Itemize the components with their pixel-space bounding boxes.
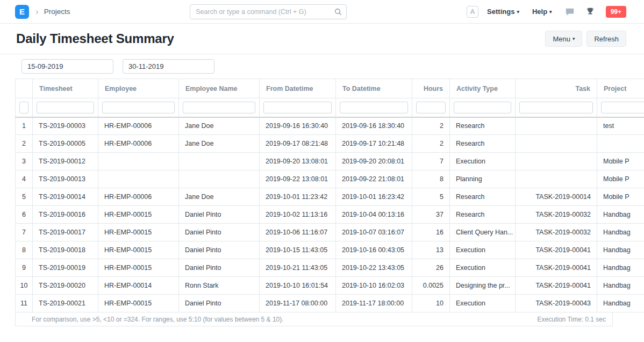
report-table-container: TimesheetEmployeeEmployee NameFrom Datet…	[15, 79, 644, 312]
filter-input-hours[interactable]	[416, 102, 446, 113]
cell-to-datetime: 2019-09-16 18:30:40	[336, 117, 412, 135]
filter-input-timesheet[interactable]	[37, 102, 94, 113]
cell-employee: HR-EMP-00006	[98, 188, 179, 206]
filter-hint: For comparison, use >5, <10 or =324. For…	[32, 316, 284, 323]
cell-timesheet: TS-2019-00016	[33, 206, 98, 224]
filter-input-activity-type[interactable]	[454, 102, 511, 113]
cell-task	[516, 117, 597, 135]
column-header-task[interactable]: Task	[516, 79, 597, 98]
column-header-from-datetime[interactable]: From Datetime	[260, 79, 336, 98]
cell-from-datetime: 2019-10-15 11:43:05	[260, 241, 336, 259]
column-header-idx[interactable]	[16, 79, 33, 98]
filter-input-employee[interactable]	[102, 102, 175, 113]
cell-timesheet: TS-2019-00005	[33, 135, 98, 153]
filter-input-to-datetime[interactable]	[340, 102, 408, 113]
cell-project: Mobile P	[597, 170, 644, 188]
filter-cell-from-datetime	[260, 98, 336, 117]
cell-from-datetime: 2019-10-06 11:16:07	[260, 224, 336, 241]
to-date-input[interactable]	[123, 59, 214, 74]
chat-icon[interactable]	[565, 7, 575, 17]
cell-idx: 1	[16, 117, 33, 135]
cell-activity-type: Designing the pr...	[450, 277, 516, 295]
search-icon	[334, 8, 342, 16]
table-row: 7TS-2019-00017HR-EMP-00015Daniel Pinto20…	[16, 224, 644, 241]
cell-from-datetime: 2019-09-20 13:08:01	[260, 153, 336, 170]
report-filters	[0, 54, 644, 79]
filter-input-task[interactable]	[519, 102, 593, 113]
cell-timesheet: TS-2019-00013	[33, 170, 98, 188]
filter-input-from-datetime[interactable]	[263, 102, 332, 113]
cell-timesheet: TS-2019-00021	[33, 295, 98, 312]
report-footer: For comparison, use >5, <10 or =324. For…	[15, 312, 613, 326]
filter-cell-task	[516, 98, 597, 117]
trophy-icon[interactable]	[585, 7, 595, 17]
cell-timesheet: TS-2019-00014	[33, 188, 98, 206]
filter-input-employee-name[interactable]	[183, 102, 255, 113]
cell-idx: 2	[16, 135, 33, 153]
cell-to-datetime: 2019-10-16 00:43:05	[336, 241, 412, 259]
menu-button[interactable]: Menu ▾	[545, 31, 582, 47]
table-row: 2TS-2019-00005HR-EMP-00006Jane Doe2019-0…	[16, 135, 644, 153]
user-avatar[interactable]: A	[467, 6, 478, 18]
report-table: TimesheetEmployeeEmployee NameFrom Datet…	[15, 79, 644, 312]
cell-employee: HR-EMP-00015	[98, 295, 179, 312]
cell-task: TASK-2019-00043	[516, 295, 597, 312]
cell-activity-type: Research	[450, 188, 516, 206]
page-head: Daily Timesheet Summary Menu ▾ Refresh	[0, 24, 644, 54]
cell-hours: 7	[412, 153, 450, 170]
cell-idx: 8	[16, 241, 33, 259]
cell-activity-type: Client Query Han...	[450, 224, 516, 241]
from-date-input[interactable]	[22, 59, 113, 74]
notifications-badge[interactable]: 99+	[606, 6, 626, 18]
table-row: 11TS-2019-00021HR-EMP-00015Daniel Pinto2…	[16, 295, 644, 312]
column-header-employee[interactable]: Employee	[98, 79, 179, 98]
column-header-project[interactable]: Project	[597, 79, 644, 98]
cell-activity-type: Execution	[450, 241, 516, 259]
column-header-timesheet[interactable]: Timesheet	[33, 79, 98, 98]
cell-to-datetime: 2019-11-17 18:00:00	[336, 295, 412, 312]
cell-to-datetime: 2019-10-01 16:23:42	[336, 188, 412, 206]
cell-employee: HR-EMP-00015	[98, 259, 179, 277]
breadcrumb[interactable]: Projects	[44, 8, 70, 16]
refresh-button[interactable]: Refresh	[586, 31, 626, 47]
cell-timesheet: TS-2019-00019	[33, 259, 98, 277]
cell-from-datetime: 2019-10-01 11:23:42	[260, 188, 336, 206]
cell-project: Mobile P	[597, 153, 644, 170]
table-head: TimesheetEmployeeEmployee NameFrom Datet…	[16, 79, 644, 117]
column-header-activity-type[interactable]: Activity Type	[450, 79, 516, 98]
filter-input-project[interactable]	[601, 102, 644, 113]
help-menu[interactable]: Help ▾	[532, 8, 552, 16]
cell-idx: 11	[16, 295, 33, 312]
cell-project: Handbag	[597, 295, 644, 312]
cell-activity-type: Planning	[450, 170, 516, 188]
cell-idx: 4	[16, 170, 33, 188]
app-logo[interactable]: E	[15, 5, 29, 19]
column-header-hours[interactable]: Hours	[412, 79, 450, 98]
table-row: 10TS-2019-00020HR-EMP-00014Ronn Stark201…	[16, 277, 644, 295]
cell-project: test	[597, 117, 644, 135]
cell-employee-name: Ronn Stark	[179, 277, 260, 295]
cell-activity-type: Execution	[450, 153, 516, 170]
column-header-employee-name[interactable]: Employee Name	[179, 79, 260, 98]
cell-activity-type: Research	[450, 117, 516, 135]
cell-employee-name: Daniel Pinto	[179, 206, 260, 224]
filter-cell-hours	[412, 98, 450, 117]
cell-to-datetime: 2019-10-22 13:43:05	[336, 259, 412, 277]
filter-cell-idx	[16, 98, 33, 117]
chevron-down-icon: ▾	[517, 9, 519, 15]
cell-activity-type: Execution	[450, 259, 516, 277]
filter-input-idx[interactable]	[19, 102, 28, 113]
cell-project: Handbag	[597, 259, 644, 277]
column-header-to-datetime[interactable]: To Datetime	[336, 79, 412, 98]
cell-hours: 2	[412, 117, 450, 135]
chevron-down-icon: ▾	[549, 9, 552, 15]
settings-menu[interactable]: Settings ▾	[487, 8, 519, 16]
table-row: 4TS-2019-000132019-09-22 13:08:012019-09…	[16, 170, 644, 188]
cell-idx: 5	[16, 188, 33, 206]
cell-task: TASK-2019-00032	[516, 206, 597, 224]
cell-from-datetime: 2019-10-21 11:43:05	[260, 259, 336, 277]
cell-idx: 6	[16, 206, 33, 224]
cell-employee-name: Jane Doe	[179, 188, 260, 206]
search-input[interactable]	[190, 4, 347, 19]
cell-from-datetime: 2019-09-16 16:30:40	[260, 117, 336, 135]
